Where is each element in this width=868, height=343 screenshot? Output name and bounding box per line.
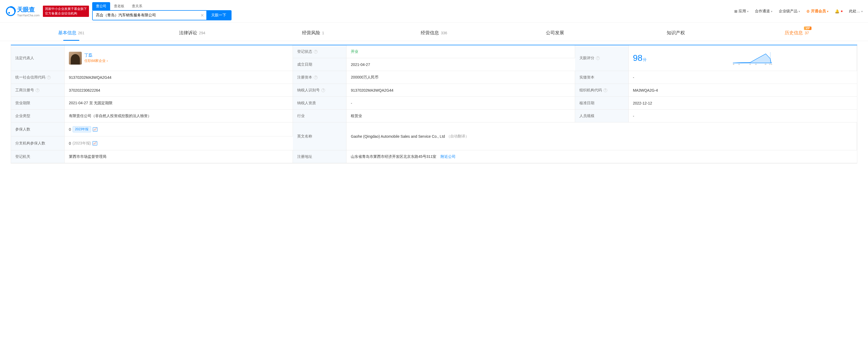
nav-enterprise[interactable]: 企业级产品▾ [779,9,800,14]
notification-badge [841,10,842,12]
search-tab-boss[interactable]: 查老板 [110,2,128,10]
bell-icon: 🔔 [835,9,839,13]
table-row: 参保人数 0 2023年报 📈 英文名称 Gaohe (Qingdao) Aut… [11,122,857,150]
value-paid-capital: - [629,71,857,84]
section-tabs: 基本信息 261 法律诉讼 294 经营风险 1 经营信息 336 公司发展 知… [0,23,868,41]
help-icon[interactable]: ? [314,75,317,79]
value-reg-addr: 山东省青岛市莱西市经济开发区北京东路45号311室 附近公司 [346,150,857,163]
crown-icon: ♔ [806,9,810,13]
value-biz-reg-no: 370202230622264 [65,84,293,97]
label-est-date: 成立日期 [293,58,346,71]
year-report-tag[interactable]: 2023年报 [73,126,91,132]
label-paid-capital: 实缴资本 [575,71,629,84]
value-industry: 租赁业 [346,110,575,122]
value-approve-date: 2022-12-12 [629,97,857,110]
value-org-code: MA3WQA2G-4 [629,84,857,97]
value-est-date: 2021-04-27 [346,58,575,71]
search-box: ✕ 天眼一下 [92,10,231,20]
table-row: 法定代表人 丁磊 任职68家企业 登记状态? 开业 天眼评分? 98分 0 3 … [11,45,857,71]
svg-text:3: 3 [734,63,734,65]
nav-notifications[interactable]: 🔔 [835,9,842,13]
tab-development[interactable]: 公司发展 [494,27,615,41]
table-row: 统一社会信用代码? 91370202MA3WQA2G44 注册资本? 20000… [11,71,857,84]
search-tabs: 查公司 查老板 查关系 [92,2,231,10]
gov-banner: 国家中小企业发展子基金旗下 官方备案企业征信机构 [43,6,89,17]
label-en-name: 英文名称 [293,122,346,150]
tab-ip[interactable]: 知识产权 [615,27,736,41]
help-icon[interactable]: ? [36,88,39,92]
grid-icon: ⊞ [734,9,738,13]
legal-rep-name-link[interactable]: 丁磊 [85,53,108,58]
legal-rep-companies-link[interactable]: 任职68家企业 [85,58,108,63]
label-usci: 统一社会信用代码? [11,71,65,84]
svg-text:85: 85 [765,63,767,65]
label-reg-auth: 登记机关 [11,150,65,163]
value-score: 98分 0 3 16 45 60 85 97 99 [629,45,857,71]
tab-history[interactable]: 历史信息VIP 37 [737,27,857,41]
svg-text:16: 16 [738,63,740,65]
nav-links: ⊞ 应用▾ 合作通道▾ 企业级产品▾ ♔ 开通会员▾ 🔔 此处…▾ [734,9,863,14]
label-branch-insured: 分支机构参保人数 [11,136,65,150]
nav-more[interactable]: 此处…▾ [849,9,863,14]
help-icon[interactable]: ? [47,75,51,79]
tab-operation[interactable]: 经营信息 336 [374,27,494,41]
label-org-code: 组织机构代码? [575,84,629,97]
company-info-table: 法定代表人 丁磊 任职68家企业 登记状态? 开业 天眼评分? 98分 0 3 … [11,45,857,163]
label-term: 营业期限 [11,97,65,110]
header: 天眼查 TianYanCha.com 国家中小企业发展子基金旗下 官方备案企业征… [0,0,868,23]
search-button[interactable]: 天眼一下 [206,11,231,20]
logo-icon [5,6,16,17]
search-area: 查公司 查老板 查关系 ✕ 天眼一下 [92,2,231,20]
trend-icon[interactable]: 📈 [93,127,97,131]
label-biz-reg-no: 工商注册号? [11,84,65,97]
svg-text:45: 45 [749,63,751,65]
nav-vip[interactable]: ♔ 开通会员▾ [806,9,828,14]
table-row: 企业类型 有限责任公司（非自然人投资或控股的法人独资） 行业 租赁业 人员规模 … [11,110,857,122]
value-reg-capital: 200000万人民币 [346,71,575,84]
avatar[interactable] [69,52,82,65]
label-ent-type: 企业类型 [11,110,65,122]
value-insured: 0 2023年报 📈 [65,122,293,136]
label-legal-rep: 法定代表人 [11,45,65,71]
value-ent-type: 有限责任公司（非自然人投资或控股的法人独资） [65,110,293,122]
logo[interactable]: 天眼查 TianYanCha.com [5,6,40,17]
help-icon[interactable]: ? [321,88,325,92]
vip-badge: VIP [804,27,811,30]
search-tab-relation[interactable]: 查关系 [128,2,146,10]
svg-text:99: 99 [771,64,772,65]
svg-text:60: 60 [755,63,757,65]
value-reg-auth: 莱西市市场监督管理局 [65,150,293,163]
tab-legal[interactable]: 法律诉讼 294 [131,27,252,41]
value-tax-id: 91370202MA3WQA2G44 [346,84,575,97]
table-row: 营业期限 2021-04-27 至 无固定期限 纳税人资质 - 核准日期 202… [11,97,857,110]
nav-app[interactable]: ⊞ 应用▾ [734,9,748,14]
help-icon[interactable]: ? [314,50,317,54]
table-row: 工商注册号? 370202230622264 纳税人识别号? 91370202M… [11,84,857,97]
search-tab-company[interactable]: 查公司 [92,2,110,10]
search-input[interactable] [93,11,198,20]
clear-icon[interactable]: ✕ [198,11,206,20]
help-icon[interactable]: ? [603,88,607,92]
value-term: 2021-04-27 至 无固定期限 [65,97,293,110]
value-staff: - [629,110,857,122]
score-number: 98 [633,53,643,63]
value-usci: 91370202MA3WQA2G44 [65,71,293,84]
label-reg-status: 登记状态? [293,45,346,58]
label-staff: 人员规模 [575,110,629,122]
value-tax-qual: - [346,97,575,110]
tab-risk[interactable]: 经营风险 1 [253,27,374,41]
label-tax-id: 纳税人识别号? [293,84,346,97]
label-tax-qual: 纳税人资质 [293,97,346,110]
label-reg-capital: 注册资本? [293,71,346,84]
score-distribution-chart[interactable]: 0 3 16 45 60 85 97 99 [652,51,852,65]
label-industry: 行业 [293,110,346,122]
trend-icon[interactable]: 📈 [92,141,97,146]
table-row: 登记机关 莱西市市场监督管理局 注册地址 山东省青岛市莱西市经济开发区北京东路4… [11,150,857,163]
nearby-companies-link[interactable]: 附近公司 [440,154,456,159]
tab-basic-info[interactable]: 基本信息 261 [11,27,131,41]
nav-coop[interactable]: 合作通道▾ [755,9,772,14]
value-legal-rep: 丁磊 任职68家企业 [65,45,293,71]
help-icon[interactable]: ? [596,56,600,60]
logo-text: 天眼查 TianYanCha.com [17,6,40,17]
label-score: 天眼评分? [575,45,629,71]
